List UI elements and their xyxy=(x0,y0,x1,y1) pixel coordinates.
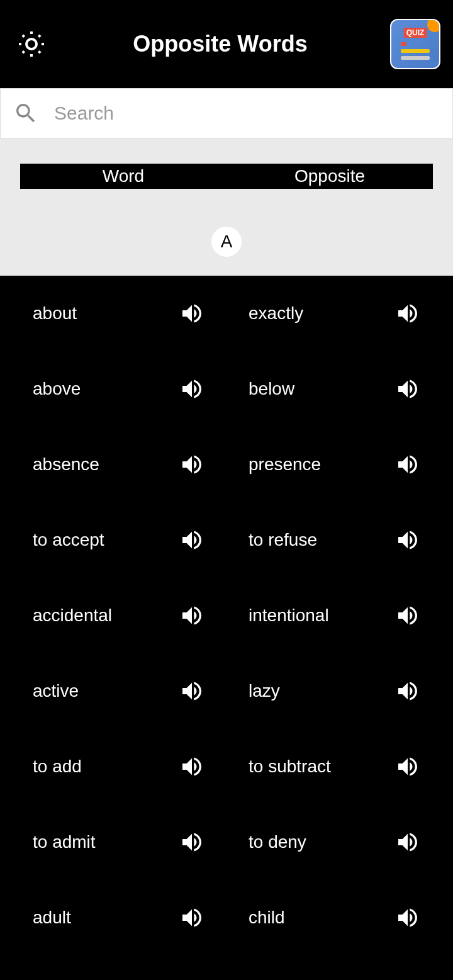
quiz-icon-lines xyxy=(401,42,430,63)
opposite-cell: to subtract xyxy=(226,754,420,779)
word-text: absence xyxy=(33,454,99,475)
word-row: to admitto deny xyxy=(0,804,453,880)
search-bar xyxy=(0,88,453,138)
speaker-icon xyxy=(179,452,204,477)
word-cell: to admit xyxy=(33,830,226,855)
word-cell: adult xyxy=(33,905,226,930)
opposite-text: lazy xyxy=(249,681,280,701)
opposite-text: to deny xyxy=(249,832,306,852)
opposite-cell: exactly xyxy=(226,301,420,326)
word-row: accidentalintentional xyxy=(0,578,453,653)
column-header-opposite: Opposite xyxy=(226,166,433,186)
speaker-icon xyxy=(395,679,420,704)
opposite-text: intentional xyxy=(249,605,329,626)
word-cell: accidental xyxy=(33,603,226,628)
speaker-icon xyxy=(179,603,204,628)
speaker-icon xyxy=(395,301,420,326)
quiz-button[interactable] xyxy=(390,19,440,69)
speaker-icon xyxy=(179,679,204,704)
word-row: to acceptto refuse xyxy=(0,502,453,578)
opposite-text: to refuse xyxy=(249,530,317,550)
play-opposite-button[interactable] xyxy=(395,301,420,326)
opposite-text: presence xyxy=(249,454,321,475)
word-text: accidental xyxy=(33,605,112,626)
theme-toggle-button[interactable] xyxy=(13,25,50,63)
opposite-cell: intentional xyxy=(226,603,420,628)
opposite-cell: to deny xyxy=(226,830,420,855)
word-text: to accept xyxy=(33,530,104,550)
speaker-icon xyxy=(179,301,204,326)
table-header: Word Opposite xyxy=(20,164,433,189)
speaker-icon xyxy=(395,527,420,553)
speaker-icon xyxy=(395,376,420,402)
opposite-cell: below xyxy=(226,376,420,402)
play-opposite-button[interactable] xyxy=(395,376,420,402)
word-cell: about xyxy=(33,301,226,326)
section-letter-badge: A xyxy=(211,227,242,257)
opposite-text: exactly xyxy=(249,303,303,324)
speaker-icon xyxy=(179,830,204,855)
play-word-button[interactable] xyxy=(179,376,204,402)
opposite-text: child xyxy=(249,908,285,928)
word-text: active xyxy=(33,681,79,701)
opposite-text: to subtract xyxy=(249,757,331,777)
play-word-button[interactable] xyxy=(179,603,204,628)
word-cell: absence xyxy=(33,452,226,477)
word-cell: to add xyxy=(33,754,226,779)
speaker-icon xyxy=(179,905,204,930)
play-opposite-button[interactable] xyxy=(395,754,420,779)
word-row: to addto subtract xyxy=(0,729,453,804)
play-opposite-button[interactable] xyxy=(395,830,420,855)
search-icon xyxy=(13,101,38,126)
word-cell: active xyxy=(33,679,226,704)
word-row: abovebelow xyxy=(0,351,453,427)
svg-point-0 xyxy=(26,39,36,49)
word-row: activelazy xyxy=(0,653,453,729)
brightness-icon xyxy=(16,29,47,59)
play-word-button[interactable] xyxy=(179,301,204,326)
play-word-button[interactable] xyxy=(179,527,204,553)
opposite-cell: lazy xyxy=(226,679,420,704)
play-word-button[interactable] xyxy=(179,679,204,704)
word-text: above xyxy=(33,379,81,399)
word-text: about xyxy=(33,303,77,324)
section-header-area: Word Opposite A xyxy=(0,138,453,276)
speaker-icon xyxy=(179,754,204,779)
play-word-button[interactable] xyxy=(179,905,204,930)
word-cell: to accept xyxy=(33,527,226,553)
word-cell: above xyxy=(33,376,226,402)
speaker-icon xyxy=(179,527,204,553)
word-text: adult xyxy=(33,908,71,928)
svg-line-7 xyxy=(23,51,25,53)
play-opposite-button[interactable] xyxy=(395,527,420,553)
word-row: absencepresence xyxy=(0,427,453,502)
play-word-button[interactable] xyxy=(179,452,204,477)
speaker-icon xyxy=(395,905,420,930)
play-opposite-button[interactable] xyxy=(395,603,420,628)
speaker-icon xyxy=(395,754,420,779)
column-header-word: Word xyxy=(20,166,226,186)
word-text: to admit xyxy=(33,832,96,852)
svg-line-3 xyxy=(23,35,25,37)
play-word-button[interactable] xyxy=(179,754,204,779)
speaker-icon xyxy=(395,452,420,477)
svg-line-8 xyxy=(38,35,40,37)
word-row: adultchild xyxy=(0,880,453,955)
word-list: aboutexactlyabovebelowabsencepresenceto … xyxy=(0,276,453,980)
play-opposite-button[interactable] xyxy=(395,905,420,930)
play-opposite-button[interactable] xyxy=(395,679,420,704)
opposite-cell: presence xyxy=(226,452,420,477)
opposite-cell: to refuse xyxy=(226,527,420,553)
word-row: advancedelementary xyxy=(0,955,453,980)
play-word-button[interactable] xyxy=(179,830,204,855)
search-input[interactable] xyxy=(54,103,440,124)
opposite-cell: child xyxy=(226,905,420,930)
svg-line-4 xyxy=(38,51,40,53)
speaker-icon xyxy=(395,603,420,628)
app-header: Opposite Words xyxy=(0,0,453,88)
opposite-text: below xyxy=(249,379,294,399)
page-title: Opposite Words xyxy=(50,31,390,57)
play-opposite-button[interactable] xyxy=(395,452,420,477)
word-text: to add xyxy=(33,757,82,777)
speaker-icon xyxy=(179,376,204,402)
